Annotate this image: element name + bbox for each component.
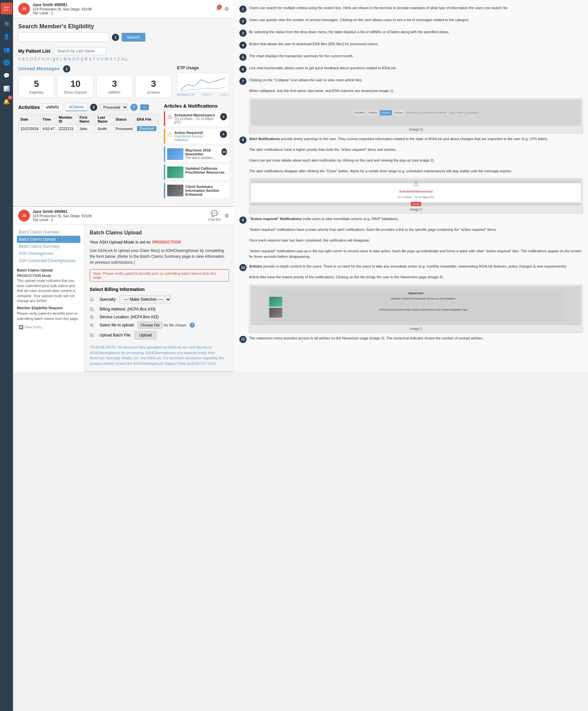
article-newsletter[interactable]: May/June 2018 Newsletter The latest upda…	[164, 146, 229, 162]
alpha-E[interactable]: E	[34, 57, 37, 61]
etp-calls: Calls 1	[220, 93, 229, 96]
emnrs-tab[interactable]: eMNRs	[43, 103, 63, 111]
status-select[interactable]: Processed All Pending	[100, 104, 128, 111]
alpha-H[interactable]: H	[46, 57, 49, 61]
nav-batch-summary[interactable]: Batch Claims Summary	[17, 243, 80, 250]
chatbot-label: Chat Bot	[208, 218, 220, 221]
alpha-B[interactable]: B	[22, 57, 25, 61]
alert-close-btn[interactable]: Close	[411, 202, 421, 206]
article-content-action: Action Required! Practitioner Account Va…	[174, 131, 218, 142]
nav-ash-contracted[interactable]: ASH Contracted Clearinghouses	[17, 257, 80, 264]
alpha-U[interactable]: U	[97, 57, 100, 61]
logo-bottom: Link	[4, 9, 9, 11]
article-link-action[interactable]: Practitioner Account Validation	[174, 135, 218, 142]
alpha-Q[interactable]: Q	[81, 57, 84, 61]
direct-deposit-count: 10	[61, 79, 90, 89]
etp-title: ETP Usage	[177, 65, 229, 70]
alpha-T[interactable]: T	[93, 57, 95, 61]
alpha-ALL[interactable]: ALL	[121, 57, 128, 61]
app-logo[interactable]: ASH Link	[1, 3, 12, 14]
alpha-X[interactable]: X	[110, 57, 112, 61]
alpha-V[interactable]: V	[101, 57, 103, 61]
alpha-W[interactable]: W	[105, 57, 108, 61]
alpha-D[interactable]: D	[30, 57, 33, 61]
view-form-link[interactable]: 🔲 View Form...	[17, 324, 80, 331]
annotation-image-1: Activities eMNRs eClaims Articles First …	[249, 98, 583, 134]
alpha-M[interactable]: M	[63, 57, 67, 61]
file-help-icon[interactable]: ?	[190, 323, 195, 328]
alpha-R[interactable]: R	[85, 57, 88, 61]
direct-deposit-card[interactable]: 10 Direct Deposit	[57, 75, 94, 98]
sidebar-chat-icon[interactable]: 💬	[1, 70, 12, 81]
choose-file-button[interactable]: Choose File	[138, 322, 163, 329]
alpha-C[interactable]: C	[26, 57, 29, 61]
alpha-I[interactable]: I	[50, 57, 51, 61]
annotation-7: 7 Clicking on the "Collapse" icon allows…	[239, 78, 583, 94]
etp-labels: Electronic 16 Paper 1 Calls 1	[177, 93, 229, 96]
article-client-summary[interactable]: Client Summary Information Section Enhan…	[164, 183, 229, 198]
chatbot-button[interactable]: 💬 Chat Bot	[208, 210, 220, 221]
nav-batch-upload[interactable]: Batch Claims Upload	[17, 236, 80, 243]
emnrs-label: eMNRs	[100, 90, 129, 94]
annotation-8: 8 Alert Notifications provide timely war…	[239, 136, 583, 174]
sidebar-user-icon[interactable]: 👤	[1, 31, 12, 42]
sidebar-globe-icon[interactable]: 🌐	[1, 57, 12, 68]
alpha-O[interactable]: O	[72, 57, 75, 61]
search-input[interactable]	[18, 33, 109, 42]
annotation-num-4: 4	[239, 42, 247, 49]
alpha-P[interactable]: P	[77, 57, 79, 61]
patient-search-input[interactable]	[54, 47, 106, 55]
alpha-K[interactable]: K	[56, 57, 59, 61]
file-input-wrapper: Choose File No file chosen	[138, 323, 187, 327]
alpha-Z[interactable]: Z	[118, 57, 120, 61]
alpha-F[interactable]: F	[38, 57, 40, 61]
article-action-required[interactable]: ⚠ Action Required! Practitioner Account …	[164, 129, 229, 144]
app-header-screen1: JS Jane Smith 999991 123 Production St, …	[13, 0, 234, 18]
activities-header: Activities eMNRs eClaims 3 Processed All…	[18, 103, 159, 111]
col-memberid: Member ID	[57, 114, 78, 125]
activities-title: Activities	[18, 104, 40, 110]
annotation-1: 1 Users can search for multiple criteria…	[239, 5, 583, 13]
specialty-select[interactable]: ---- Make Selection ----	[119, 295, 171, 304]
eclaims-card[interactable]: 3 eClaims	[135, 75, 172, 98]
avatar: JS	[18, 3, 30, 15]
emnrs-card[interactable]: 3 eMNRs	[96, 75, 133, 98]
sidebar-group-icon[interactable]: 👥	[1, 44, 12, 55]
collapse-button[interactable]: ↔	[140, 104, 149, 110]
screen1: JS Jane Smith 999991 123 Production St, …	[13, 0, 234, 207]
eligibility-card[interactable]: 5 Eligibility	[18, 75, 55, 98]
articles-title: Articles & Notifications	[164, 103, 229, 109]
alpha-N[interactable]: N	[68, 57, 71, 61]
annotation-5: 5 The chart displays the transaction sum…	[239, 53, 583, 61]
annotation-num-2: 2	[239, 18, 247, 25]
sidebar-home-icon[interactable]: ⊞	[1, 18, 12, 28]
newsroom-article-2	[269, 308, 282, 318]
download-button[interactable]: Download	[137, 126, 156, 131]
alpha-Y[interactable]: Y	[113, 57, 116, 61]
alpha-J[interactable]: J	[53, 57, 55, 61]
article-thumb-client-summary	[167, 185, 184, 196]
col-firstname: First Name	[78, 114, 96, 125]
article-scheduled-maintenance[interactable]: ⚠ Scheduled Maintenance 7/1 12:00am - 7/…	[164, 111, 229, 126]
nav-batch-overview[interactable]: Batch Claims Overview	[17, 229, 80, 236]
sidebar-notification-icon[interactable]: 🔔 6	[1, 96, 12, 107]
eligibility-label: Eligibility	[22, 90, 51, 94]
sidebar-chart-icon[interactable]: 📊	[1, 83, 12, 94]
footer-note: *PLEASE NOTE: All electronic files uploa…	[90, 345, 229, 366]
alpha-A[interactable]: A	[18, 57, 21, 61]
alert-icon: ⚠	[167, 113, 172, 120]
article-badge-9: 9	[220, 131, 227, 138]
article-california[interactable]: Updated California Practitioner Resource…	[164, 165, 229, 180]
patient-list-section: My Patient List A B C D E F G H I J	[18, 47, 229, 61]
alpha-L[interactable]: L	[60, 57, 62, 61]
settings-icon-screen2[interactable]: ⚙	[225, 213, 229, 219]
upload-button[interactable]: Upload	[134, 331, 156, 339]
alpha-S[interactable]: S	[89, 57, 92, 61]
annotation-2: 2 Users can quickly view the number of u…	[239, 17, 583, 25]
alpha-G[interactable]: G	[42, 57, 45, 61]
nav-ash-clearinghouse[interactable]: ASH Clearinghouse	[17, 250, 80, 257]
eclaims-tab[interactable]: eClaims	[65, 103, 87, 111]
messages-icon[interactable]: ✉ 6	[216, 6, 220, 12]
settings-icon[interactable]: ⚙	[225, 6, 229, 12]
search-button[interactable]: Search	[122, 33, 145, 42]
